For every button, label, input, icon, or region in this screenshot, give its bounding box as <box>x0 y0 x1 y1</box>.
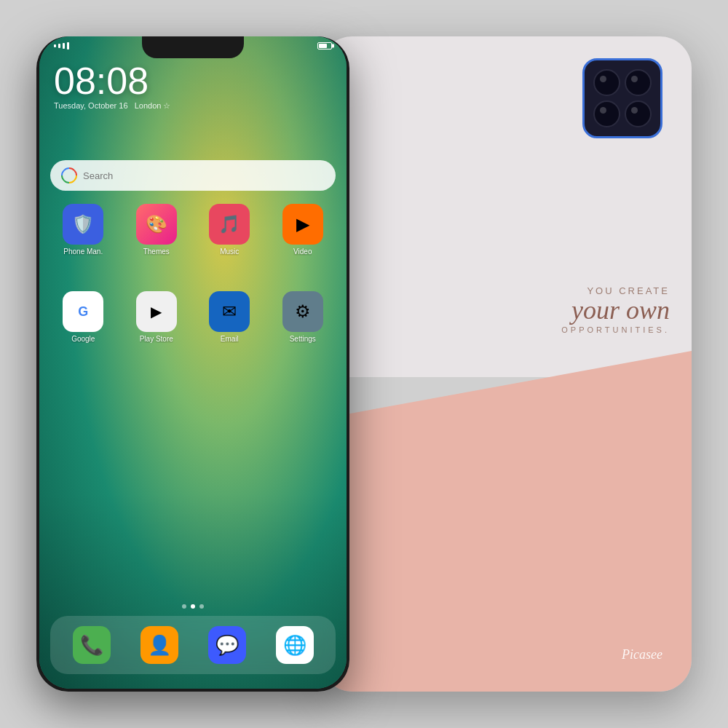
scene: YOU CREATE your own OPPORTUNITIES. Picas… <box>0 0 728 728</box>
app-grid-row1: 🛡️ Phone Man. 🎨 Themes 🎵 Music ▶ Video <box>47 204 339 256</box>
app-item-settings[interactable]: ⚙ Settings <box>270 291 336 343</box>
location-text: London <box>135 101 162 110</box>
date-location: Tuesday, October 16 London ☆ <box>54 101 170 111</box>
battery-fill <box>319 44 327 48</box>
app-icon-playstore: ▶ <box>136 291 177 332</box>
dock-icon-contacts[interactable]: 👤 <box>141 626 178 664</box>
search-input[interactable] <box>83 170 325 181</box>
app-icon-phone-manager: 🛡️ <box>63 204 103 245</box>
dock-icon-chrome[interactable]: 🌐 <box>276 626 314 664</box>
app-item-google[interactable]: G Google <box>50 291 116 343</box>
camera-module <box>582 58 662 138</box>
case-quote: YOU CREATE your own OPPORTUNITIES. <box>561 285 670 334</box>
app-grid-row2: G Google ▶ Play Store ✉ Email ⚙ Settings <box>47 291 339 343</box>
bottom-dock: 📞 👤 💬 🌐 <box>50 616 336 674</box>
app-label-playstore: Play Store <box>140 335 173 343</box>
signal-indicator <box>54 42 69 50</box>
camera-lens-2 <box>625 69 652 96</box>
phone-front: 08:08 Tuesday, October 16 London ☆ 🛡️ Ph… <box>36 36 349 692</box>
dot-1 <box>182 604 186 609</box>
app-item-themes[interactable]: 🎨 Themes <box>124 204 190 256</box>
app-icon-settings: ⚙ <box>282 291 323 332</box>
case-bottom <box>320 351 692 692</box>
app-icon-video: ▶ <box>282 204 323 245</box>
battery-icon <box>317 42 332 50</box>
wallpaper <box>39 36 347 689</box>
quote-line3: OPPORTUNITIES. <box>561 325 670 334</box>
dock-icon-messages[interactable]: 💬 <box>208 626 246 664</box>
app-item-video[interactable]: ▶ Video <box>270 204 336 256</box>
phone-back: YOU CREATE your own OPPORTUNITIES. Picas… <box>320 36 692 692</box>
app-label-phone-manager: Phone Man. <box>63 248 103 256</box>
app-item-playstore[interactable]: ▶ Play Store <box>124 291 190 343</box>
notch <box>142 36 244 58</box>
dock-icon-phone[interactable]: 📞 <box>73 626 111 664</box>
quote-line2: your own <box>561 296 670 325</box>
signal-bar-2 <box>58 44 60 48</box>
camera-lens-3 <box>593 100 620 127</box>
page-indicator <box>182 604 204 609</box>
dot-2 <box>191 604 195 609</box>
app-label-settings: Settings <box>290 335 316 343</box>
app-icon-themes: 🎨 <box>136 204 177 245</box>
time-display: 08:08 Tuesday, October 16 London ☆ <box>54 62 170 111</box>
search-bar[interactable] <box>50 160 336 191</box>
picasee-logo: Picasee <box>622 647 662 662</box>
signal-bar-1 <box>54 44 56 47</box>
quote-line1: YOU CREATE <box>561 285 670 296</box>
app-label-video: Video <box>293 248 312 256</box>
time: 08:08 <box>54 62 170 100</box>
app-label-themes: Themes <box>143 248 170 256</box>
location: London ☆ <box>130 101 171 110</box>
signal-bar-3 <box>63 43 65 49</box>
app-item-phone-manager[interactable]: 🛡️ Phone Man. <box>50 204 116 256</box>
app-icon-google: G <box>63 291 103 332</box>
google-logo <box>58 164 80 186</box>
camera-lens-1 <box>593 69 620 96</box>
app-label-email: Email <box>221 335 239 343</box>
app-item-email[interactable]: ✉ Email <box>197 291 263 343</box>
app-icon-music: 🎵 <box>209 204 250 245</box>
app-item-music[interactable]: 🎵 Music <box>197 204 263 256</box>
dot-3 <box>199 604 204 609</box>
signal-bar-4 <box>67 42 69 50</box>
phone-screen: 08:08 Tuesday, October 16 London ☆ 🛡️ Ph… <box>39 36 347 689</box>
app-label-google: Google <box>71 335 95 343</box>
app-icon-email: ✉ <box>209 291 250 332</box>
date: Tuesday, October 16 <box>54 101 128 110</box>
camera-lens-4 <box>625 100 652 127</box>
app-label-music: Music <box>220 248 239 256</box>
